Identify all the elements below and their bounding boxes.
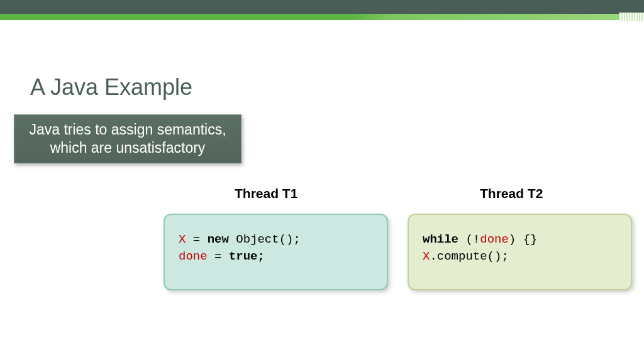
- code-token: new: [208, 233, 229, 246]
- code-token: X: [179, 233, 186, 246]
- code-box-t2: while (!done) {} X.compute();: [408, 214, 632, 290]
- code-token: (!: [458, 233, 480, 246]
- thread-t1-heading: Thread T1: [235, 186, 297, 201]
- code-line: X.compute();: [423, 248, 617, 265]
- header-bar-dark: [0, 0, 644, 14]
- code-token: ) {}: [509, 233, 538, 246]
- code-token: done: [480, 233, 509, 246]
- code-line: X = new Object();: [179, 231, 373, 248]
- code-token: =: [208, 250, 229, 263]
- code-token: done: [179, 250, 208, 263]
- slide-title: A Java Example: [30, 74, 192, 101]
- code-token: X: [423, 250, 430, 263]
- code-token: .compute();: [430, 250, 508, 263]
- thread-t2-heading: Thread T2: [480, 186, 543, 201]
- callout-box: Java tries to assign semantics, which ar…: [14, 114, 242, 163]
- header-bar-green: [0, 14, 644, 20]
- code-token: Object();: [229, 233, 301, 246]
- code-line: done = true;: [179, 248, 373, 265]
- code-token: =: [186, 233, 207, 246]
- code-token: true;: [229, 250, 265, 263]
- code-box-t1: X = new Object(); done = true;: [164, 214, 388, 290]
- callout-text: Java tries to assign semantics, which ar…: [25, 121, 231, 157]
- code-line: while (!done) {}: [423, 231, 617, 248]
- code-token: while: [423, 233, 458, 246]
